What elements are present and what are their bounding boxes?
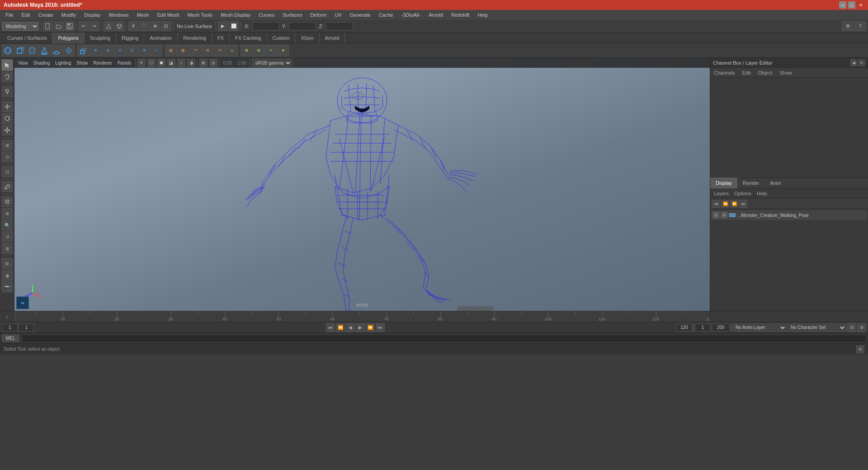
isolate-button[interactable]: ◑ <box>2 270 13 281</box>
menu-arnold[interactable]: Arnold <box>425 11 447 19</box>
select-tool-button[interactable] <box>2 60 13 70</box>
menu-surfaces[interactable]: Surfaces <box>279 11 306 19</box>
menu-mesh[interactable]: Mesh <box>133 11 153 19</box>
rp-close-button[interactable]: ✕ <box>858 59 865 66</box>
x-input[interactable] <box>252 22 279 30</box>
rp-expand-button[interactable]: ◀ <box>850 59 857 66</box>
zoom-button[interactable]: ⊞ <box>2 243 13 254</box>
scale-tool-button[interactable] <box>2 125 13 136</box>
soft-select-button[interactable]: ⊙ <box>2 151 13 162</box>
tab-sculpting[interactable]: Sculpting <box>85 33 116 43</box>
tab-fx-caching[interactable]: FX Caching <box>230 33 267 43</box>
tab-custom[interactable]: Custom <box>267 33 296 43</box>
play-forward-button[interactable]: ▶ <box>356 323 365 332</box>
menu-deform[interactable]: Deform <box>307 11 330 19</box>
menu-redshift[interactable]: Redshift <box>448 11 473 19</box>
mode-selector[interactable]: Modeling Rigging Animation FX Rendering … <box>2 22 39 31</box>
script-input-field[interactable] <box>21 334 866 343</box>
select-object-button[interactable] <box>104 21 113 31</box>
menu-windows[interactable]: Windows <box>105 11 132 19</box>
shelf-torus[interactable] <box>63 45 75 56</box>
ch-tab-edit[interactable]: Edit <box>740 69 752 76</box>
menu-create[interactable]: Create <box>35 11 57 19</box>
snap-point-button[interactable]: ⊕ <box>150 21 160 31</box>
render-region-button[interactable]: ⬜ <box>229 21 239 31</box>
right-panel-controls[interactable]: ◀ ✕ <box>850 59 865 66</box>
gamma-selector[interactable]: sRGB gamma Linear 2.2 <box>252 59 292 67</box>
ch-tab-object[interactable]: Object <box>756 69 774 76</box>
shelf-bevel[interactable]: ⌤ <box>189 45 201 56</box>
menu-cache[interactable]: Cache <box>375 11 397 19</box>
playback-start-input[interactable] <box>695 324 711 332</box>
snap-grid-button[interactable]: # <box>128 21 138 31</box>
render-button[interactable]: ▶ <box>218 21 228 31</box>
save-scene-button[interactable] <box>65 21 75 31</box>
menu-uv[interactable]: UV <box>331 11 345 19</box>
shelf-target-weld[interactable]: ⊔ <box>226 45 238 56</box>
status-settings-button[interactable]: ⚙ <box>856 345 864 353</box>
mel-tab[interactable]: MEL <box>2 334 19 342</box>
playback-options-2[interactable]: ⚙ <box>857 323 866 332</box>
vp-texture-button[interactable]: ◪ <box>167 59 175 67</box>
layer-prev-prev-button[interactable]: ⏮ <box>712 200 720 208</box>
viewport-renderer-menu[interactable]: Renderer <box>91 60 114 66</box>
layer-next-button[interactable]: ⏩ <box>730 200 738 208</box>
y-input[interactable] <box>289 22 316 30</box>
shelf-uv-cut[interactable]: ✂ <box>265 45 277 56</box>
step-forward-button[interactable]: ⏩ <box>366 323 375 332</box>
viewport-view-menu[interactable]: View <box>16 60 30 66</box>
menu-3dto-all[interactable]: -3DtoAll- <box>397 11 424 19</box>
menu-edit-mesh[interactable]: Edit Mesh <box>154 11 183 19</box>
shelf-bridge[interactable]: ⊗ <box>90 45 101 56</box>
menu-help[interactable]: Help <box>474 11 491 19</box>
vp-lights-button[interactable]: ☼ <box>177 59 185 67</box>
tab-rendering[interactable]: Rendering <box>178 33 212 43</box>
grid-vis-button[interactable] <box>2 196 13 207</box>
z-input[interactable] <box>326 22 353 30</box>
menu-curves[interactable]: Curves <box>255 11 278 19</box>
close-button[interactable]: ✕ <box>857 1 864 9</box>
lasso-tool-button[interactable] <box>2 71 13 82</box>
shelf-fill-hole[interactable]: ⊟ <box>202 45 213 56</box>
title-bar-controls[interactable]: ─ □ ✕ <box>839 1 864 9</box>
shelf-extrude[interactable] <box>77 45 89 56</box>
menu-edit[interactable]: Edit <box>18 11 34 19</box>
viewport-panels-menu[interactable]: Panels <box>116 60 133 66</box>
layer-item-creature[interactable]: V P ...Monster_Creature_Walking_Pose <box>711 210 867 220</box>
open-scene-button[interactable] <box>54 21 64 31</box>
vp-isolate-button[interactable]: ◎ <box>209 59 217 67</box>
shelf-insert-loop[interactable]: ▤ <box>165 45 177 56</box>
paint-mesh-button[interactable] <box>2 181 13 192</box>
shelf-cube[interactable] <box>14 45 26 56</box>
menu-display[interactable]: Display <box>80 11 104 19</box>
snap-settings-button[interactable]: ⚙ <box>2 258 13 269</box>
tab-xgen[interactable]: XGen <box>295 33 319 43</box>
current-frame-input[interactable] <box>19 324 34 332</box>
menu-generate[interactable]: Generate <box>346 11 374 19</box>
layer-type-toggle[interactable]: P <box>721 212 727 218</box>
display-tab-display[interactable]: Display <box>710 178 737 188</box>
shelf-boolean[interactable]: ⊞ <box>138 45 150 56</box>
maximize-button[interactable]: □ <box>848 1 855 9</box>
rotate-tool-button[interactable] <box>2 113 13 124</box>
viewport-lighting-menu[interactable]: Lighting <box>53 60 73 66</box>
layer-tab-help[interactable]: Help <box>755 190 769 197</box>
start-frame-input[interactable] <box>2 324 18 332</box>
tab-polygons[interactable]: Polygons <box>52 33 84 43</box>
minimize-button[interactable]: ─ <box>839 1 846 9</box>
shelf-uv-layout[interactable]: ⊞ <box>253 45 264 56</box>
shelf-uv-unfold[interactable]: ⊠ <box>241 45 252 56</box>
move-tool-button[interactable] <box>2 101 13 112</box>
settings-button[interactable]: ⚙ <box>842 21 854 31</box>
universal-manip-button[interactable]: ⊞ <box>2 140 13 150</box>
tab-arnold[interactable]: Arnold <box>320 33 345 43</box>
layer-visibility-toggle[interactable]: V <box>713 212 719 218</box>
ch-tab-channels[interactable]: Channels <box>712 69 736 76</box>
menu-mesh-tools[interactable]: Mesh Tools <box>184 11 216 19</box>
shelf-extract[interactable]: ⊡ <box>126 45 138 56</box>
shelf-combine[interactable]: ⊕ <box>102 45 113 56</box>
layer-next-next-button[interactable]: ⏭ <box>739 200 747 208</box>
new-scene-button[interactable] <box>43 21 53 31</box>
viewport-show-menu[interactable]: Show <box>75 60 90 66</box>
display-tab-render[interactable]: Render <box>737 178 764 188</box>
